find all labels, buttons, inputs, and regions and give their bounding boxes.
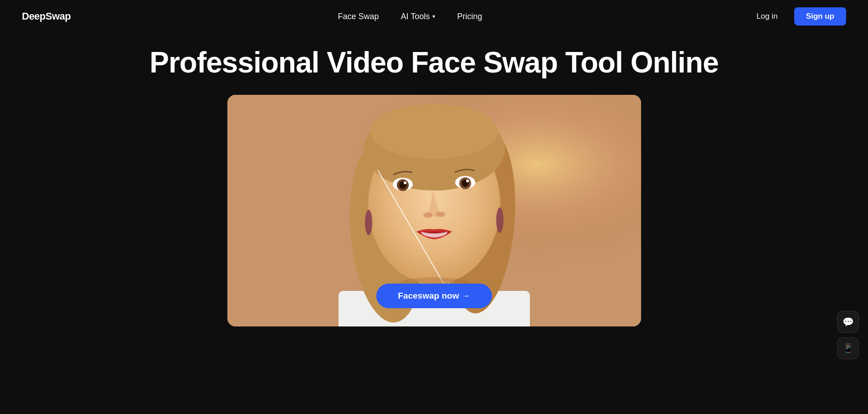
signup-button[interactable]: Sign up [794, 7, 846, 26]
svg-point-18 [423, 212, 432, 218]
nav-link-pricing[interactable]: Pricing [457, 12, 482, 21]
app-icon: 📱 [842, 343, 854, 354]
faceswap-now-button[interactable]: Faceswap now → [376, 284, 492, 308]
cta-label: Faceswap now → [398, 291, 470, 301]
login-button[interactable]: Log in [749, 8, 785, 25]
main-content: Professional Video Face Swap Tool Online [0, 33, 868, 326]
nav-links: Face Swap AI Tools ▾ Pricing [338, 12, 482, 21]
svg-point-17 [466, 180, 469, 182]
nav-auth-buttons: Log in Sign up [749, 7, 846, 26]
ai-tools-label: AI Tools [401, 12, 430, 21]
chevron-down-icon: ▾ [432, 13, 435, 20]
chat-widget-button[interactable]: 💬 [837, 311, 859, 333]
video-preview[interactable]: Faceswap now → [227, 95, 641, 326]
side-widgets: 💬 📱 [837, 311, 859, 359]
nav-link-ai-tools[interactable]: AI Tools ▾ [401, 12, 435, 21]
svg-point-9 [370, 104, 498, 159]
app-widget-button[interactable]: 📱 [837, 337, 859, 359]
svg-point-19 [436, 212, 445, 217]
svg-point-20 [365, 210, 372, 235]
nav-link-face-swap[interactable]: Face Swap [338, 12, 379, 21]
site-logo[interactable]: DeepSwap [22, 10, 71, 22]
svg-point-21 [496, 207, 503, 233]
hero-title: Professional Video Face Swap Tool Online [149, 47, 719, 78]
chat-icon: 💬 [842, 316, 854, 327]
navbar: DeepSwap Face Swap AI Tools ▾ Pricing Lo… [0, 0, 868, 33]
svg-point-13 [404, 181, 406, 184]
